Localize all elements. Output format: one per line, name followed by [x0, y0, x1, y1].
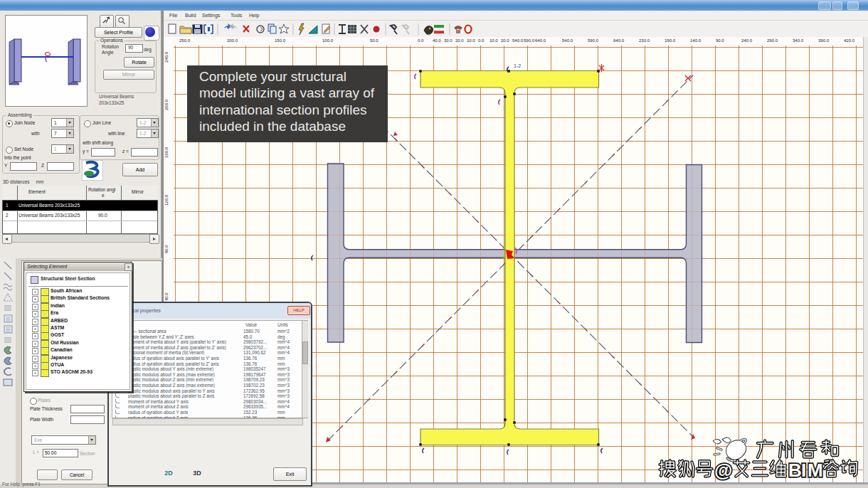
svg-text:1-2: 1-2	[514, 63, 521, 68]
svg-text:@: @	[714, 460, 732, 481]
svg-text:M: M	[808, 460, 823, 481]
svg-text:B: B	[788, 460, 802, 481]
svg-text:I: I	[801, 460, 806, 481]
